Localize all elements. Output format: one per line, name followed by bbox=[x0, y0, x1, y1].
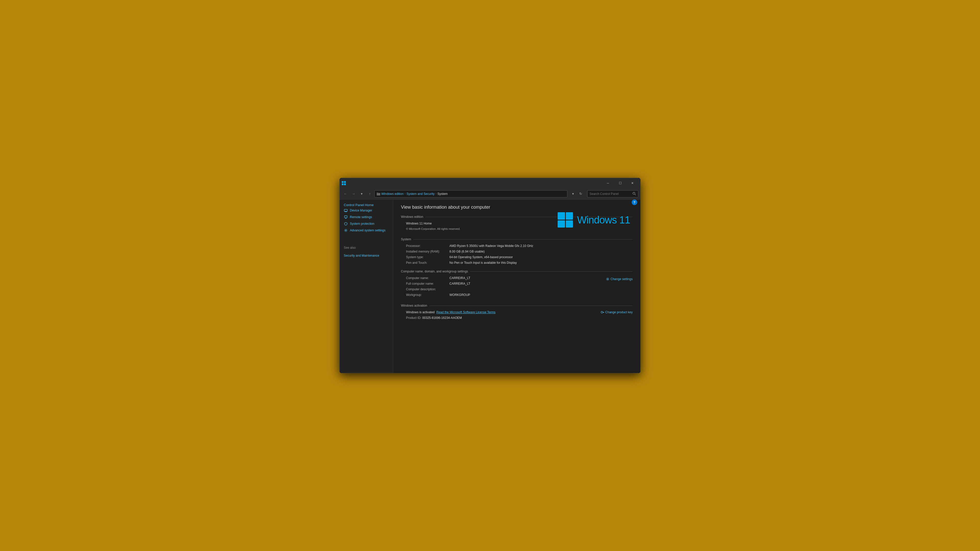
windows11-text: Windows 11 bbox=[577, 214, 630, 226]
maximize-button[interactable]: ☐ bbox=[614, 179, 626, 187]
windows-logo-grid bbox=[558, 212, 573, 227]
windows-activation-section: Windows activation Windows is activated … bbox=[401, 304, 633, 322]
advanced-icon bbox=[344, 228, 348, 232]
system-header: System bbox=[401, 238, 633, 241]
logo-br bbox=[566, 221, 573, 228]
minimize-button[interactable]: ─ bbox=[602, 179, 614, 187]
help-icon[interactable]: ? bbox=[632, 200, 637, 205]
folder-icon bbox=[377, 192, 380, 196]
ram-value: 8.00 GB (6.94 GB usable) bbox=[449, 250, 485, 253]
computer-desc-row: Computer description: bbox=[401, 287, 470, 291]
security-maintenance-link[interactable]: Security and Maintenance bbox=[340, 253, 393, 258]
system-section: System Processor: AMD Ryzen 5 3500U with… bbox=[401, 238, 633, 265]
remote-settings-label: Remote settings bbox=[350, 215, 372, 219]
protection-icon bbox=[344, 222, 348, 226]
computer-desc-label: Computer description: bbox=[401, 287, 449, 291]
device-manager-label: Device Manager bbox=[350, 209, 372, 212]
logo-tl bbox=[558, 212, 565, 220]
breadcrumb-system-security[interactable]: System and Security bbox=[407, 192, 434, 196]
close-button[interactable]: ✕ bbox=[627, 179, 638, 187]
content-area: Control Panel Home Device Manager Remote… bbox=[340, 200, 640, 373]
key-icon bbox=[601, 310, 605, 314]
windows-edition-value: Windows 11 Home bbox=[406, 222, 432, 225]
activation-header: Windows activation bbox=[401, 304, 633, 307]
breadcrumb-control-panel[interactable]: Windows edition bbox=[381, 192, 404, 196]
workgroup-row: Workgroup: WORKGROUP bbox=[401, 293, 470, 297]
edition-text: Windows 11 Home © Microsoft Corporation.… bbox=[401, 222, 460, 232]
edition-content: Windows 11 Home © Microsoft Corporation.… bbox=[401, 222, 633, 232]
product-id-label: Product ID: bbox=[406, 316, 422, 320]
change-settings-label: Change settings bbox=[611, 277, 633, 281]
settings-icon bbox=[606, 277, 609, 281]
computer-name-fields: Computer name: CARREIRA_LT Full computer… bbox=[401, 276, 470, 299]
back-button[interactable]: ← bbox=[342, 190, 349, 197]
sidebar-item-remote-settings[interactable]: Remote settings bbox=[340, 214, 393, 221]
forward-button[interactable]: → bbox=[350, 190, 357, 197]
change-settings-link[interactable]: Change settings bbox=[606, 277, 633, 281]
license-terms-link[interactable]: Read the Microsoft Software License Term… bbox=[436, 310, 496, 314]
device-manager-icon bbox=[344, 208, 348, 213]
change-product-key-action: Change product key bbox=[601, 310, 633, 314]
windows-logo-area: Windows 11 bbox=[558, 212, 630, 227]
processor-label: Processor: bbox=[401, 244, 449, 248]
copyright-row: © Microsoft Corporation. All rights rese… bbox=[401, 227, 460, 230]
change-product-key-link[interactable]: Change product key bbox=[601, 310, 633, 314]
svg-point-15 bbox=[345, 230, 346, 231]
processor-value: AMD Ryzen 5 3500U with Radeon Vega Mobil… bbox=[449, 244, 533, 248]
ram-label: Installed memory (RAM): bbox=[401, 250, 449, 253]
computer-name-header-row: Computer name, domain, and workgroup set… bbox=[401, 270, 633, 276]
svg-point-17 bbox=[601, 311, 603, 313]
svg-rect-4 bbox=[377, 193, 380, 195]
refresh-button[interactable]: ↻ bbox=[577, 190, 584, 197]
logo-bl bbox=[558, 221, 565, 228]
activation-status: Windows is activated bbox=[406, 310, 434, 314]
pen-touch-label: Pen and Touch: bbox=[401, 261, 449, 265]
svg-rect-5 bbox=[377, 192, 378, 193]
dropdown-button[interactable]: ▾ bbox=[358, 190, 365, 197]
up-button[interactable]: ↑ bbox=[366, 190, 373, 197]
address-bar: Windows edition › System and Security › … bbox=[374, 190, 567, 197]
full-computer-name-label: Full computer name: bbox=[401, 282, 449, 286]
computer-name-content: Computer name: CARREIRA_LT Full computer… bbox=[401, 276, 633, 299]
svg-rect-2 bbox=[342, 183, 344, 185]
advanced-settings-label: Advanced system settings bbox=[350, 229, 385, 232]
full-computer-name-row: Full computer name: CARREIRA_LT bbox=[401, 282, 470, 286]
product-id-value: 00325-81696-16234-AAOEM bbox=[422, 316, 462, 320]
address-dropdown-button[interactable]: ▾ bbox=[570, 190, 576, 197]
main-content: ? View basic information about your comp… bbox=[393, 200, 640, 373]
change-settings-action: Change settings bbox=[606, 277, 633, 281]
sidebar-item-advanced-settings[interactable]: Advanced system settings bbox=[340, 227, 393, 233]
workgroup-label: Workgroup: bbox=[401, 293, 449, 297]
svg-rect-12 bbox=[345, 216, 347, 218]
computer-name-header: Computer name, domain, and workgroup set… bbox=[401, 270, 633, 273]
computer-name-value: CARREIRA_LT bbox=[449, 276, 470, 280]
pen-touch-value: No Pen or Touch Input is available for t… bbox=[449, 261, 517, 265]
page-title: View basic information about your comput… bbox=[401, 205, 633, 210]
sidebar-item-system-protection[interactable]: System protection bbox=[340, 221, 393, 227]
sidebar: Control Panel Home Device Manager Remote… bbox=[340, 200, 393, 373]
activation-status-row: Windows is activated Read the Microsoft … bbox=[401, 310, 496, 314]
svg-line-7 bbox=[635, 194, 636, 195]
svg-point-6 bbox=[633, 192, 635, 194]
breadcrumb-current: System bbox=[438, 192, 448, 196]
window-controls: ─ ☐ ✕ bbox=[602, 179, 638, 187]
search-icon bbox=[633, 192, 636, 195]
breadcrumb-sep-1: › bbox=[404, 192, 405, 195]
see-also-label: See also bbox=[340, 244, 393, 251]
full-computer-name-value: CARREIRA_LT bbox=[449, 282, 470, 286]
system-type-value: 64-bit Operating System, x64-based proce… bbox=[449, 256, 513, 259]
search-box bbox=[587, 190, 638, 197]
change-product-key-label: Change product key bbox=[605, 310, 633, 314]
system-protection-label: System protection bbox=[350, 222, 374, 225]
main-window: ─ ☐ ✕ ← → ▾ ↑ Windows edition › System a… bbox=[339, 178, 641, 373]
search-input[interactable] bbox=[590, 192, 632, 196]
svg-rect-1 bbox=[344, 181, 346, 183]
activation-content: Windows is activated Read the Microsoft … bbox=[401, 310, 633, 322]
copyright-value: © Microsoft Corporation. All rights rese… bbox=[406, 227, 460, 230]
title-bar: ─ ☐ ✕ bbox=[340, 178, 640, 188]
svg-point-16 bbox=[607, 279, 608, 279]
workgroup-value: WORKGROUP bbox=[449, 293, 470, 297]
svg-rect-8 bbox=[344, 210, 347, 211]
remote-icon bbox=[344, 215, 348, 219]
product-id-row: Product ID: 00325-81696-16234-AAOEM bbox=[401, 316, 496, 320]
